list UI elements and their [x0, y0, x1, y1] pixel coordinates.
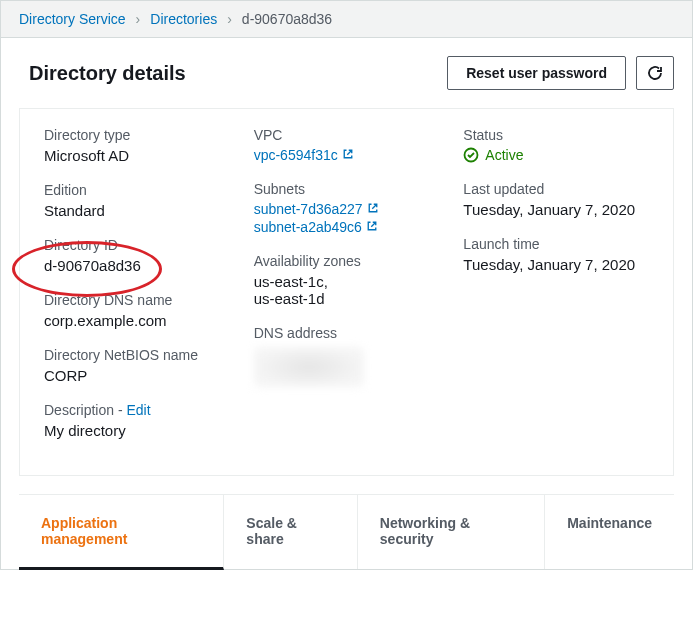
last-updated-label: Last updated [463, 181, 649, 197]
page-title: Directory details [29, 62, 447, 85]
edit-description-link[interactable]: Edit [126, 402, 150, 418]
edition-label: Edition [44, 182, 230, 198]
status-label: Status [463, 127, 649, 143]
tabs: Application management Scale & share Net… [19, 494, 674, 569]
description-label: Description - Edit [44, 402, 230, 418]
launch-time-label: Launch time [463, 236, 649, 252]
vpc-link[interactable]: vpc-6594f31c [254, 147, 338, 163]
tab-scale-share[interactable]: Scale & share [224, 495, 357, 569]
external-link-icon [342, 147, 354, 163]
tab-maintenance[interactable]: Maintenance [545, 495, 674, 569]
breadcrumb: Directory Service › Directories › d-9067… [1, 1, 692, 38]
breadcrumb-section[interactable]: Directories [150, 11, 217, 27]
refresh-button[interactable] [636, 56, 674, 90]
directory-id-value: d-90670a8d36 [44, 257, 230, 274]
directory-dns-label: Directory DNS name [44, 292, 230, 308]
subnet1-link[interactable]: subnet-7d36a227 [254, 201, 363, 217]
check-circle-icon [463, 147, 479, 163]
subnets-label: Subnets [254, 181, 440, 197]
external-link-icon [367, 201, 379, 217]
netbios-label: Directory NetBIOS name [44, 347, 230, 363]
directory-id-label: Directory ID [44, 237, 230, 253]
external-link-icon [366, 219, 378, 235]
dns-address-label: DNS address [254, 325, 440, 341]
edition-value: Standard [44, 202, 230, 219]
subnet2-link[interactable]: subnet-a2ab49c6 [254, 219, 362, 235]
breadcrumb-root[interactable]: Directory Service [19, 11, 126, 27]
status-value: Active [485, 147, 523, 163]
launch-time-value: Tuesday, January 7, 2020 [463, 256, 649, 273]
vpc-label: VPC [254, 127, 440, 143]
refresh-icon [647, 65, 663, 81]
status-badge: Active [463, 147, 649, 163]
chevron-right-icon: › [227, 11, 232, 27]
reset-password-button[interactable]: Reset user password [447, 56, 626, 90]
az-label: Availability zones [254, 253, 440, 269]
tab-networking-security[interactable]: Networking & security [358, 495, 545, 569]
directory-dns-value: corp.example.com [44, 312, 230, 329]
directory-type-label: Directory type [44, 127, 230, 143]
details-panel: Directory typeMicrosoft AD EditionStanda… [19, 108, 674, 476]
netbios-value: CORP [44, 367, 230, 384]
tab-application-management[interactable]: Application management [19, 495, 224, 570]
directory-type-value: Microsoft AD [44, 147, 230, 164]
last-updated-value: Tuesday, January 7, 2020 [463, 201, 649, 218]
dns-address-redacted [254, 347, 364, 387]
chevron-right-icon: › [136, 11, 141, 27]
breadcrumb-current: d-90670a8d36 [242, 11, 332, 27]
az-value: us-east-1c, us-east-1d [254, 273, 440, 307]
description-value: My directory [44, 422, 230, 439]
